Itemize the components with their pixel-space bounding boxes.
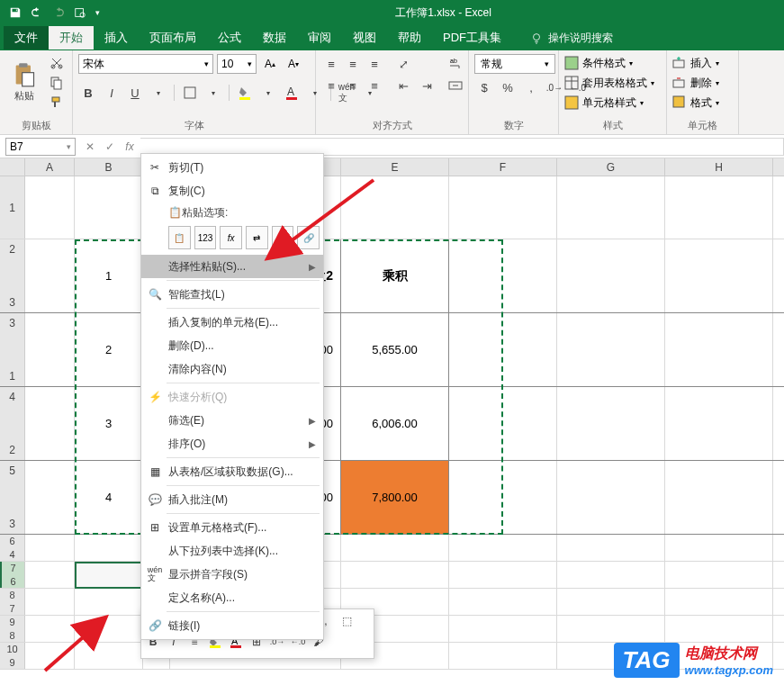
ctx-link[interactable]: 🔗链接(I) — [141, 614, 323, 637]
accounting-button[interactable]: $ — [474, 77, 494, 97]
ctx-show-pinyin[interactable]: wén文显示拼音字段(S) — [141, 563, 323, 586]
tab-file[interactable]: 文件 — [4, 26, 49, 50]
qat-dropdown-icon[interactable]: ▾ — [92, 3, 103, 23]
select-all-corner[interactable] — [0, 158, 25, 176]
decrease-font-icon[interactable]: A▾ — [284, 55, 303, 73]
underline-button[interactable]: U — [125, 83, 145, 103]
fx-icon[interactable]: fx — [121, 138, 139, 156]
print-preview-icon[interactable] — [70, 3, 90, 23]
tab-data[interactable]: 数据 — [252, 26, 297, 50]
align-center-icon[interactable]: ≡ — [343, 76, 363, 95]
svg-text:ab: ab — [450, 58, 457, 64]
font-color-button[interactable]: A — [282, 83, 302, 103]
tab-home[interactable]: 开始 — [49, 26, 94, 50]
copy-icon — [50, 76, 64, 90]
font-name-combo[interactable]: 宋体▾ — [78, 54, 213, 74]
format-cells-button[interactable]: 格式▾ — [672, 94, 719, 112]
svg-rect-20 — [673, 60, 684, 68]
col-header-E[interactable]: E — [341, 158, 449, 176]
wrap-text-button[interactable]: ab — [446, 54, 465, 74]
watermark: TAG 电脑技术网 www.tagxp.com — [614, 643, 773, 678]
format-table-button[interactable]: 套用表格格式▾ — [564, 74, 654, 92]
bold-button[interactable]: B — [78, 83, 98, 103]
rows-container: 1 23 1 单位2 乘积 31 2 5.00 5,6 — [0, 176, 784, 670]
cut-button[interactable] — [47, 54, 67, 72]
row-header-1[interactable]: 1 — [0, 176, 25, 239]
ctx-sort[interactable]: 排序(O)▶ — [141, 432, 323, 455]
col-header-H[interactable]: H — [665, 158, 773, 176]
ctx-copy[interactable]: ⧉复制(C) — [141, 179, 323, 203]
ctx-from-table[interactable]: ▦从表格/区域获取数据(G)... — [141, 460, 323, 483]
paste-values-icon[interactable]: 123 — [194, 226, 217, 249]
cancel-icon[interactable]: ✕ — [81, 138, 99, 156]
tab-help[interactable]: 帮助 — [387, 26, 432, 50]
insert-cells-button[interactable]: 插入▾ — [672, 54, 719, 72]
italic-button[interactable]: I — [102, 83, 122, 103]
ctx-smart-lookup[interactable]: 🔍智能查找(L) — [141, 283, 323, 306]
row-1: 1 — [0, 176, 784, 239]
conditional-format-button[interactable]: 条件格式▾ — [564, 54, 654, 72]
format-painter-button[interactable] — [47, 94, 67, 112]
svg-rect-4 — [19, 63, 27, 68]
tab-review[interactable]: 审阅 — [297, 26, 342, 50]
paste-transpose-icon[interactable]: ⇄ — [246, 226, 268, 249]
svg-rect-19 — [565, 96, 578, 109]
svg-point-2 — [534, 34, 540, 41]
paste-formatting-icon[interactable]: % — [272, 226, 294, 249]
mini-merge-icon[interactable]: ⬚ — [338, 612, 356, 630]
enter-icon[interactable]: ✓ — [101, 138, 119, 156]
tab-view[interactable]: 视图 — [342, 26, 387, 50]
align-top-icon[interactable]: ≡ — [321, 54, 341, 74]
increase-indent-icon[interactable]: ⇥ — [417, 76, 437, 95]
align-right-icon[interactable]: ≡ — [365, 76, 384, 95]
ctx-insert-copied[interactable]: 插入复制的单元格(E)... — [141, 311, 323, 334]
delete-cells-button[interactable]: 删除▾ — [672, 74, 719, 92]
paste-link-icon[interactable]: 🔗 — [297, 226, 320, 249]
tab-pdf[interactable]: PDF工具集 — [432, 26, 512, 50]
copy-button[interactable] — [47, 74, 67, 92]
comment-icon: 💬 — [147, 491, 163, 508]
tab-formula[interactable]: 公式 — [207, 26, 252, 50]
align-left-icon[interactable]: ≡ — [321, 76, 341, 95]
fill-color-button[interactable] — [235, 83, 255, 103]
orientation-button[interactable]: ⤢ — [393, 54, 413, 74]
redo-icon[interactable] — [49, 3, 68, 23]
border-button[interactable] — [180, 83, 200, 103]
percent-button[interactable]: % — [498, 77, 518, 97]
decrease-indent-icon[interactable]: ⇤ — [393, 76, 413, 95]
undo-icon[interactable] — [27, 3, 47, 23]
cell-styles-button[interactable]: 单元格样式▾ — [564, 94, 654, 112]
tell-me-search[interactable]: 操作说明搜索 — [530, 31, 613, 46]
paste-button[interactable]: 粘贴 — [5, 54, 43, 110]
col-header-B[interactable]: B — [75, 158, 143, 176]
align-bottom-icon[interactable]: ≡ — [365, 54, 384, 74]
name-box[interactable]: B7▾ — [5, 138, 76, 156]
col-header-F[interactable]: F — [449, 158, 557, 176]
ctx-filter[interactable]: 筛选(E)▶ — [141, 409, 323, 432]
ctx-paste-special[interactable]: 选择性粘贴(S)...▶ — [141, 255, 323, 278]
save-icon[interactable] — [5, 3, 25, 23]
merge-button[interactable] — [446, 76, 465, 95]
tab-layout[interactable]: 页面布局 — [139, 26, 207, 50]
bulb-icon — [530, 32, 543, 44]
ctx-pick-list[interactable]: 从下拉列表中选择(K)... — [141, 539, 323, 563]
ctx-delete[interactable]: 删除(D)... — [141, 334, 323, 357]
ctx-cut[interactable]: ✂剪切(T) — [141, 156, 323, 179]
grid-area: A B C D E F G H 1 23 1 单位2 乘积 — [0, 158, 784, 670]
ctx-insert-comment[interactable]: 💬插入批注(M) — [141, 488, 323, 511]
ctx-clear[interactable]: 清除内容(N) — [141, 357, 323, 381]
group-styles: 条件格式▾ 套用表格格式▾ 单元格样式▾ 样式 — [559, 50, 667, 134]
number-format-combo[interactable]: 常规▾ — [474, 54, 555, 74]
font-size-combo[interactable]: 10▾ — [217, 54, 257, 74]
increase-font-icon[interactable]: A▴ — [260, 55, 280, 73]
col-header-A[interactable]: A — [25, 158, 75, 176]
ctx-define-name[interactable]: 定义名称(A)... — [141, 586, 323, 609]
svg-rect-14 — [286, 97, 297, 100]
comma-button[interactable]: , — [521, 77, 541, 97]
align-middle-icon[interactable]: ≡ — [343, 54, 363, 74]
paste-formulas-icon[interactable]: fx — [220, 226, 242, 249]
paste-all-icon[interactable]: 📋 — [168, 226, 191, 249]
col-header-G[interactable]: G — [557, 158, 665, 176]
ctx-format-cells[interactable]: ⊞设置单元格格式(F)... — [141, 516, 323, 539]
tab-insert[interactable]: 插入 — [94, 26, 139, 50]
